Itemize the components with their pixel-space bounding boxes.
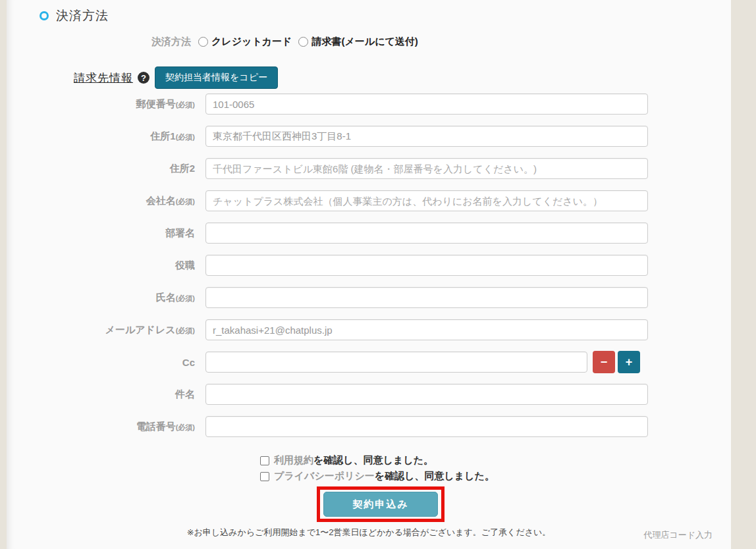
radio-invoice[interactable]: 請求書(メールにて送付) [298, 36, 418, 48]
privacy-policy-link[interactable]: プライバシーポリシー [274, 470, 375, 481]
phone-label: 電話番号(必須) [7, 421, 205, 433]
payment-options: クレジットカード 請求書(メールにて送付) [198, 36, 418, 48]
field-row-address2: 住所2 [7, 158, 731, 179]
checkbox-terms[interactable] [260, 456, 269, 465]
department-label: 部署名 [7, 227, 205, 240]
agreements: 利用規約を確認し、同意しました。 プライバシーポリシーを確認し、同意しました。 [260, 454, 495, 486]
company-name-label: 会社名(必須) [7, 195, 205, 207]
cc-label: Cc [7, 357, 205, 368]
radio-icon[interactable] [298, 37, 308, 47]
privacy-suffix: を確認し、同意しました。 [375, 470, 495, 481]
radio-icon[interactable] [198, 37, 208, 47]
field-row-department: 部署名 [7, 222, 731, 244]
payment-method-row: 決済方法 クレジットカード 請求書(メールにて送付) [7, 36, 731, 48]
payment-method-label: 決済方法 [7, 36, 191, 48]
page: 決済方法 決済方法 クレジットカード 請求書(メールにて送付) 請求先情報 ? … [0, 0, 756, 549]
field-row-cc: Cc − + [7, 352, 731, 373]
company-name-input[interactable] [205, 190, 648, 211]
cc-input[interactable] [205, 352, 587, 373]
name-input[interactable] [205, 287, 648, 308]
address2-input[interactable] [205, 158, 648, 179]
section-header: 決済方法 [40, 7, 109, 24]
field-row-address1: 住所1(必須) [7, 126, 731, 147]
submit-area: 契約申込み [317, 486, 445, 522]
postal-code-label: 郵便番号(必須) [7, 98, 205, 111]
billing-info-header: 請求先情報 ? 契約担当者情報をコピー [74, 66, 278, 89]
field-row-subject: 件名 [7, 384, 731, 405]
billing-info-title: 請求先情報 [74, 70, 133, 86]
address1-input[interactable] [205, 126, 648, 147]
address1-label: 住所1(必須) [7, 130, 205, 143]
terms-agreement-row: 利用規約を確認し、同意しました。 [260, 454, 495, 467]
email-label: メールアドレス(必須) [7, 324, 205, 336]
postal-code-input[interactable] [205, 93, 648, 115]
address2-label: 住所2 [7, 163, 205, 175]
cc-remove-button[interactable]: − [593, 351, 615, 373]
position-input[interactable] [205, 255, 648, 276]
radio-credit-card[interactable]: クレジットカード [198, 36, 292, 48]
department-input[interactable] [205, 222, 648, 244]
phone-input[interactable] [205, 416, 648, 437]
position-label: 役職 [7, 259, 205, 272]
name-label: 氏名(必須) [7, 292, 205, 304]
section-title: 決済方法 [56, 7, 109, 24]
field-row-position: 役職 [7, 255, 731, 276]
terms-link[interactable]: 利用規約 [274, 454, 313, 465]
field-row-company-name: 会社名(必須) [7, 190, 731, 211]
radio-credit-card-label: クレジットカード [211, 36, 292, 48]
radio-invoice-label: 請求書(メールにて送付) [311, 36, 418, 48]
footer-note: ※お申し込みからご利用開始まで1〜2営業日ほどかかる場合がございます。ご了承くだ… [7, 527, 731, 538]
privacy-agreement-row: プライバシーポリシーを確認し、同意しました。 [260, 470, 495, 483]
content-card: 決済方法 決済方法 クレジットカード 請求書(メールにて送付) 請求先情報 ? … [7, 0, 731, 549]
field-row-email: メールアドレス(必須) [7, 319, 731, 340]
cc-add-button[interactable]: + [618, 351, 640, 373]
field-row-phone: 電話番号(必須) [7, 416, 731, 437]
field-row-postal-code: 郵便番号(必須) [7, 93, 731, 115]
help-icon[interactable]: ? [138, 72, 149, 84]
billing-form: 郵便番号(必須) 住所1(必須) 住所2 会社名(必須) 部署名 役職 [7, 93, 731, 448]
section-bullet-icon [40, 11, 49, 20]
email-input[interactable] [205, 319, 648, 340]
submit-highlight-box: 契約申込み [317, 486, 445, 522]
checkbox-privacy[interactable] [260, 472, 269, 481]
agent-code-link[interactable]: 代理店コード入力 [643, 529, 713, 541]
copy-contract-info-button[interactable]: 契約担当者情報をコピー [155, 66, 278, 89]
subject-input[interactable] [205, 384, 648, 405]
submit-contract-button[interactable]: 契約申込み [323, 492, 438, 517]
subject-label: 件名 [7, 388, 205, 401]
field-row-name: 氏名(必須) [7, 287, 731, 308]
terms-suffix: を確認し、同意しました。 [313, 454, 433, 465]
